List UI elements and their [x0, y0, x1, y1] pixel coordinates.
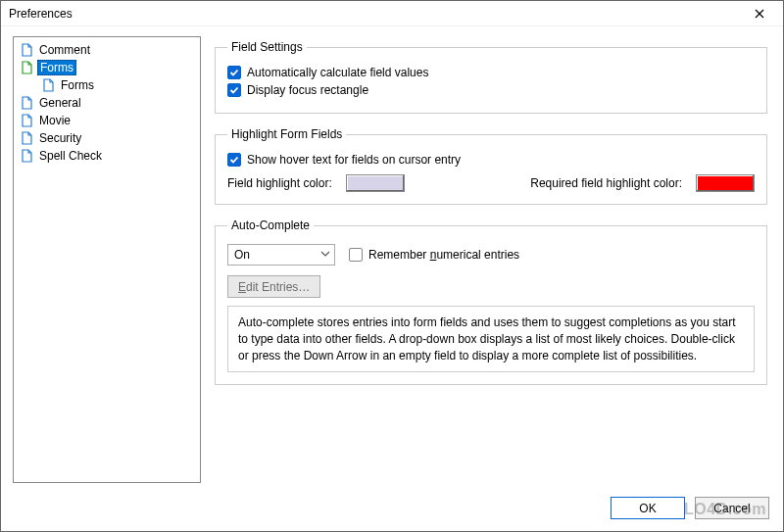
sidebar-item-general[interactable]: General [14, 94, 200, 112]
sidebar-item-comment[interactable]: Comment [14, 41, 200, 59]
page-icon [20, 96, 33, 110]
autocomplete-select-value: On [234, 248, 250, 262]
cancel-label: Cancel [713, 502, 750, 515]
remember-numerical-row[interactable]: Remember numerical entries [349, 248, 519, 262]
auto-calculate-label: Automatically calculate field values [247, 66, 428, 79]
sidebar-item-spell-check[interactable]: Spell Check [14, 147, 200, 165]
autocomplete-controls-row: On Remember numerical entries [227, 244, 755, 266]
sidebar-item-label: Security [37, 131, 83, 145]
checkbox-checked-icon [227, 66, 241, 79]
ok-label: OK [639, 502, 656, 515]
close-button[interactable] [744, 4, 775, 24]
highlight-legend: Highlight Form Fields [227, 127, 346, 141]
window-title: Preferences [9, 7, 73, 21]
hover-text-row[interactable]: Show hover text for fields on cursor ent… [227, 153, 755, 167]
sidebar-item-label: Comment [37, 43, 92, 57]
checkbox-checked-icon [227, 153, 241, 167]
field-settings-group: Field Settings Automatically calculate f… [215, 40, 767, 114]
hover-text-label: Show hover text for fields on cursor ent… [247, 153, 461, 167]
autocomplete-legend: Auto-Complete [227, 218, 314, 232]
highlight-group: Highlight Form Fields Show hover text fo… [215, 127, 767, 205]
sidebar-item-label: Forms [37, 60, 76, 75]
autocomplete-description: Auto-complete stores entries into form f… [227, 306, 755, 372]
cancel-button[interactable]: Cancel [695, 497, 769, 519]
titlebar: Preferences [1, 1, 783, 26]
color-row: Field highlight color: Required field hi… [227, 174, 755, 192]
ok-button[interactable]: OK [611, 497, 685, 519]
close-icon [755, 9, 764, 19]
auto-calculate-row[interactable]: Automatically calculate field values [227, 66, 755, 79]
autocomplete-group: Auto-Complete On Remember numerical entr… [215, 218, 767, 385]
edit-entries-label: Edit Entries… [238, 280, 310, 294]
page-icon [20, 61, 33, 74]
focus-rectangle-row[interactable]: Display focus rectangle [227, 83, 755, 97]
sidebar-item-label: General [37, 96, 83, 110]
content-area: CommentFormsFormsGeneralMovieSecuritySpe… [1, 26, 783, 489]
required-color-label: Required field highlight color: [530, 176, 682, 190]
settings-panel: Field Settings Automatically calculate f… [211, 36, 771, 483]
edit-entries-button[interactable]: Edit Entries… [227, 275, 320, 298]
page-icon [20, 131, 33, 145]
checkbox-checked-icon [227, 83, 241, 97]
autocomplete-select[interactable]: On [227, 244, 335, 266]
checkbox-unchecked-icon [349, 248, 363, 262]
field-color-label: Field highlight color: [227, 176, 332, 190]
dialog-footer: OK Cancel [1, 489, 783, 531]
page-icon [20, 114, 33, 127]
sidebar-item-movie[interactable]: Movie [14, 112, 200, 129]
required-color-swatch[interactable] [696, 174, 755, 192]
focus-rectangle-label: Display focus rectangle [247, 83, 368, 97]
sidebar-item-security[interactable]: Security [14, 129, 200, 147]
field-color-swatch[interactable] [346, 174, 405, 192]
page-icon [20, 43, 33, 57]
sidebar-item-forms[interactable]: Forms [14, 59, 200, 76]
page-icon [41, 78, 55, 92]
sidebar-item-forms-child[interactable]: Forms [14, 76, 200, 94]
field-settings-legend: Field Settings [227, 40, 307, 54]
chevron-down-icon [320, 248, 330, 262]
sidebar-item-label: Spell Check [37, 149, 104, 163]
sidebar-item-label: Movie [37, 114, 73, 127]
preferences-window: Preferences CommentFormsFormsGeneralMovi… [0, 0, 784, 532]
page-icon [20, 149, 33, 163]
sidebar-item-label: Forms [59, 78, 96, 92]
category-sidebar[interactable]: CommentFormsFormsGeneralMovieSecuritySpe… [13, 36, 201, 483]
remember-numerical-label: Remember numerical entries [368, 248, 519, 262]
